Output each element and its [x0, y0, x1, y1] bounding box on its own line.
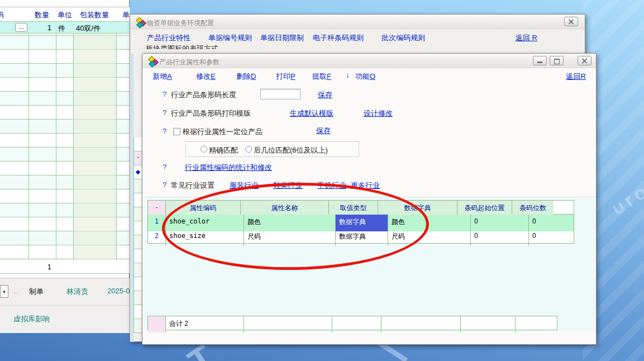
dropdown-button[interactable]: ▼	[0, 285, 8, 298]
generate-template-link[interactable]: 生成默认模版	[290, 108, 333, 118]
row-marker-cell: -	[134, 151, 142, 165]
cell-barcode-start[interactable]: 0	[471, 229, 529, 246]
back-button[interactable]: 返回 R	[516, 33, 537, 43]
footer-empty-cell	[381, 316, 461, 332]
background-window: 码 数量 单位 包装数量 单 1 件 40双/件 … 1 ▼ .. 制单 林清贵…	[0, 0, 130, 333]
toolbar-extract[interactable]: 提取F	[312, 72, 331, 82]
footer-empty-cell	[461, 316, 516, 332]
close-button[interactable]	[564, 17, 578, 26]
barcode-length-label: 行业产品条形码长度	[171, 90, 236, 100]
divider	[0, 305, 130, 306]
suffix-match-label: 后几位匹配(6位及以上)	[254, 145, 328, 155]
toolbar-print[interactable]: 打印P	[276, 72, 295, 82]
dialog1-title: 物资单据业务环境配置	[147, 18, 214, 28]
menu-scale-barcode-rule[interactable]: 电子秤条码规则	[313, 33, 364, 43]
help-icon: ?	[163, 108, 166, 117]
row-pkg: 40双/件	[76, 23, 101, 34]
toolbar-edit[interactable]: 修改E	[196, 72, 216, 82]
total-qty: 1	[47, 263, 51, 271]
total-row: 1	[0, 260, 130, 274]
virtual-stock-label[interactable]: 虚拟库影响	[13, 314, 50, 324]
maker-name: 林清贵	[66, 287, 88, 297]
footer-total: 合计 2	[166, 316, 244, 332]
footer-empty-cell	[332, 316, 381, 332]
barcode-length-input[interactable]	[260, 89, 300, 99]
locate-checkbox[interactable]	[173, 128, 180, 135]
menu-batch-code-rule[interactable]: 批次编码规则	[381, 33, 425, 43]
dialog1-titlebar[interactable]: 物资单据业务环境配置	[130, 15, 585, 29]
table-header: 码 数量 单位 包装数量 单	[0, 7, 130, 22]
package-column-tint	[74, 22, 116, 260]
help-icon: ?	[163, 180, 166, 189]
restore-icon	[554, 59, 560, 64]
maker-label: 制单	[29, 287, 44, 297]
menu-doc-date-limit[interactable]: 单据日期限制	[260, 33, 304, 43]
menu-product-industry[interactable]: 产品行业特性	[147, 33, 190, 43]
col-header-unit: 单位	[58, 10, 72, 20]
help-icon: ?	[163, 90, 166, 98]
attr-code-stats-link[interactable]: 行业属性编码的统计和修改	[185, 163, 272, 173]
minimize-button[interactable]	[533, 56, 547, 65]
more-button[interactable]: …	[15, 23, 27, 32]
column-divider	[56, 7, 56, 274]
current-row-marker: ◆	[134, 165, 142, 179]
col-header-partial: 单	[122, 10, 130, 20]
footer-empty-cell	[516, 316, 557, 332]
exact-match-radio[interactable]	[201, 146, 207, 153]
col-header-code: 码	[0, 10, 4, 20]
dialog2-title: 产品行业属性和参数	[159, 58, 220, 67]
column-divider	[116, 7, 117, 274]
toolbar-back[interactable]: 返回R	[566, 72, 586, 82]
minimize-icon	[537, 61, 542, 63]
dialog2-titlebar[interactable]: 产品行业属性和参数	[142, 54, 596, 68]
row-unit: 件	[58, 23, 65, 34]
column-divider	[73, 7, 74, 274]
column-divider	[28, 7, 29, 274]
close-button[interactable]	[578, 56, 591, 65]
table-footer-row: 合计 2	[147, 316, 557, 330]
col-header-pkg: 包装数量	[80, 10, 109, 20]
restore-button[interactable]	[550, 56, 564, 65]
save-link-1[interactable]: 保存	[318, 90, 332, 100]
exact-match-label: 精确匹配	[209, 145, 238, 155]
help-icon: ?	[163, 163, 166, 171]
footer-empty-cell	[244, 316, 332, 332]
down-arrow-icon: ↓	[346, 70, 350, 79]
common-industry-label: 常见行业设置	[171, 180, 214, 191]
save-link-2[interactable]: 保存	[316, 126, 331, 136]
match-mode-group: 精确匹配 后几位匹配(6位及以上)	[185, 141, 359, 157]
suffix-match-radio[interactable]	[245, 146, 252, 153]
col-header-qty: 数量	[35, 10, 49, 20]
help-icon: ?	[163, 127, 166, 135]
barcode-template-label: 行业产品条形码打印模版	[171, 108, 251, 118]
toolbar-add[interactable]: 新增A	[152, 72, 172, 82]
dots-label: ..	[13, 288, 17, 294]
toolbar-functions[interactable]: 功能O	[355, 72, 375, 82]
locate-label: 根据行业属性一定位产品	[183, 127, 263, 137]
footer-marker-cell	[148, 316, 166, 332]
footer-bar: ▼ .. 制单 林清贵 2025-03 虚拟库影响	[0, 278, 130, 333]
clipped-text: 板块类图标的表现方式	[146, 44, 257, 49]
row-qty: 1	[47, 23, 51, 32]
design-edit-link[interactable]: 设计修改	[364, 108, 393, 118]
menu-doc-number-rule[interactable]: 单据编号规则	[208, 33, 252, 43]
toolbar-delete[interactable]: 删除D	[236, 72, 256, 82]
cell-barcode-digits[interactable]: 0	[529, 229, 574, 246]
